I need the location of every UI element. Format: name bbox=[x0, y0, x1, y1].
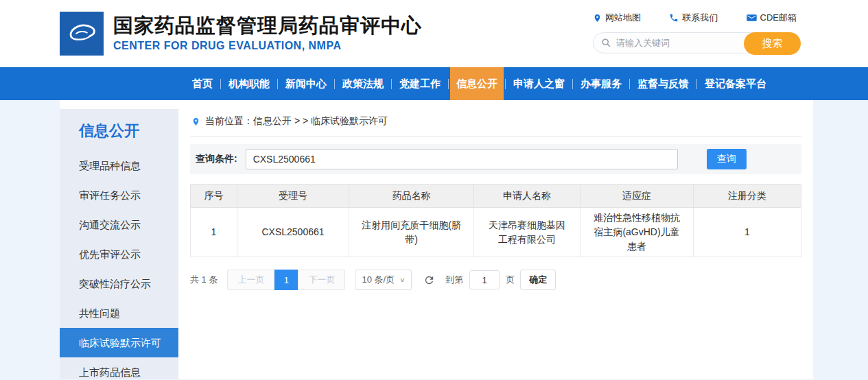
nav-separator bbox=[572, 79, 573, 89]
sidebar-item-breakthrough-therapy[interactable]: 突破性治疗公示 bbox=[60, 269, 178, 298]
site-search-button[interactable]: 搜索 bbox=[744, 32, 801, 55]
sidebar-item-common-issues[interactable]: 共性问题 bbox=[60, 298, 178, 328]
cell-acceptance-number: CXSL2500661 bbox=[237, 208, 349, 257]
query-condition-label: 查询条件: bbox=[196, 153, 237, 165]
sitemap-link[interactable]: 网站地图 bbox=[593, 12, 641, 24]
cde-logo-swoosh-icon bbox=[62, 14, 101, 53]
nav-separator bbox=[220, 79, 221, 89]
site-title: 国家药品监督管理局药品审评中心 bbox=[113, 15, 422, 37]
nav-separator bbox=[391, 79, 392, 89]
nav-item-info-disclosure[interactable]: 信息公开 bbox=[450, 67, 504, 100]
cell-registration-category: 1 bbox=[694, 208, 801, 257]
location-pin-icon bbox=[191, 117, 200, 127]
pagination-total: 共 1 条 bbox=[190, 274, 218, 286]
prev-page-button[interactable]: 上一页 bbox=[227, 270, 274, 290]
sitemap-label: 网站地图 bbox=[605, 12, 641, 24]
goto-page-label: 到第 bbox=[445, 274, 463, 286]
sidebar-item-communication[interactable]: 沟通交流公示 bbox=[60, 210, 178, 239]
confirm-button[interactable]: 确定 bbox=[520, 270, 556, 290]
nav-item-supervision-feedback[interactable]: 监督与反馈 bbox=[631, 67, 695, 100]
nav-separator bbox=[277, 79, 278, 89]
brand-block: 国家药品监督管理局药品审评中心 CENTER FOR DRUG EVALUATI… bbox=[113, 15, 422, 53]
contact-us-link[interactable]: 联系我们 bbox=[669, 12, 718, 24]
table-header-row: 序号 受理号 药品名称 申请人名称 适应症 注册分类 bbox=[191, 185, 801, 208]
col-header-applicant-name: 申请人名称 bbox=[474, 185, 580, 208]
contact-us-label: 联系我们 bbox=[682, 12, 718, 24]
header-right: 网站地图 联系我们 CDE邮箱 搜索 bbox=[593, 12, 801, 54]
sidebar-item-priority-review[interactable]: 优先审评公示 bbox=[60, 239, 178, 269]
nav-item-services[interactable]: 办事服务 bbox=[574, 67, 628, 100]
page-number-1[interactable]: 1 bbox=[274, 270, 298, 290]
col-header-registration-category: 注册分类 bbox=[694, 185, 801, 208]
nav-separator bbox=[334, 79, 335, 89]
site-search-bar: 搜索 bbox=[593, 32, 801, 54]
sidebar-item-review-tasks[interactable]: 审评任务公示 bbox=[60, 180, 178, 210]
goto-page-input[interactable] bbox=[469, 270, 500, 289]
site-header: 国家药品监督管理局药品审评中心 CENTER FOR DRUG EVALUATI… bbox=[0, 0, 868, 67]
nav-item-applicant-window[interactable]: 申请人之窗 bbox=[507, 67, 571, 100]
col-header-index: 序号 bbox=[191, 185, 237, 208]
nav-item-registration-platform[interactable]: 登记备案平台 bbox=[699, 67, 773, 100]
col-header-indication: 适应症 bbox=[580, 185, 694, 208]
nav-separator bbox=[696, 79, 697, 89]
cde-mailbox-label: CDE邮箱 bbox=[760, 12, 797, 24]
mail-icon bbox=[747, 14, 757, 22]
sidebar-title: 信息公开 bbox=[60, 109, 178, 151]
sidebar-item-marketed-drugs[interactable]: 上市药品信息 bbox=[60, 357, 178, 380]
nav-item-org-functions[interactable]: 机构职能 bbox=[222, 67, 276, 100]
site-subtitle: CENTER FOR DRUG EVALUATION, NMPA bbox=[113, 40, 422, 52]
quick-links: 网站地图 联系我们 CDE邮箱 bbox=[593, 12, 801, 24]
cde-mailbox-link[interactable]: CDE邮箱 bbox=[747, 12, 797, 24]
col-header-drug-name: 药品名称 bbox=[349, 185, 474, 208]
cell-index: 1 bbox=[191, 208, 237, 257]
breadcrumb-text: 当前位置：信息公开 > > 临床试验默示许可 bbox=[205, 115, 388, 128]
next-page-button[interactable]: 下一页 bbox=[298, 270, 345, 290]
col-header-acceptance-number: 受理号 bbox=[237, 185, 349, 208]
sidebar: 信息公开 受理品种信息 审评任务公示 沟通交流公示 优先审评公示 突破性治疗公示… bbox=[60, 109, 178, 379]
cell-applicant-name: 天津昂赛细胞基因工程有限公司 bbox=[474, 208, 580, 257]
nav-separator bbox=[448, 79, 449, 89]
chevron-down-icon: ∨ bbox=[399, 276, 405, 283]
refresh-icon bbox=[423, 274, 435, 286]
results-table: 序号 受理号 药品名称 申请人名称 适应症 注册分类 1 CXSL2500661… bbox=[190, 184, 801, 257]
cell-indication: 难治性急性移植物抗宿主病(aGvHD)儿童患者 bbox=[580, 208, 694, 257]
breadcrumb: 当前位置：信息公开 > > 临床试验默示许可 bbox=[190, 109, 801, 137]
sidebar-item-accepted-varieties[interactable]: 受理品种信息 bbox=[60, 151, 178, 180]
search-icon bbox=[601, 38, 611, 48]
query-button[interactable]: 查询 bbox=[707, 149, 747, 169]
location-pin-icon bbox=[593, 13, 602, 23]
page-size-value: 10 条/页 bbox=[362, 274, 395, 286]
table-row: 1 CXSL2500661 注射用间充质干细胞(脐带) 天津昂赛细胞基因工程有限… bbox=[191, 208, 801, 257]
cell-drug-name: 注射用间充质干细胞(脐带) bbox=[349, 208, 474, 257]
goto-page-suffix: 页 bbox=[506, 274, 515, 286]
pagination: 共 1 条 上一页 1 下一页 10 条/页 ∨ 到第 页 确定 bbox=[190, 270, 801, 290]
refresh-button[interactable] bbox=[423, 274, 435, 286]
nav-item-home[interactable]: 首页 bbox=[186, 67, 219, 100]
primary-nav: 首页 机构职能 新闻中心 政策法规 党建工作 信息公开 申请人之窗 办事服务 监… bbox=[0, 67, 868, 100]
main-content: 当前位置：信息公开 > > 临床试验默示许可 查询条件: 查询 序号 受理号 药… bbox=[178, 100, 814, 379]
nav-item-policies-regulations[interactable]: 政策法规 bbox=[336, 67, 390, 100]
sidebar-item-clinical-trial-implied-license[interactable]: 临床试验默示许可 bbox=[60, 328, 178, 357]
page-body: 信息公开 受理品种信息 审评任务公示 沟通交流公示 优先审评公示 突破性治疗公示… bbox=[60, 100, 813, 379]
nav-item-party-building[interactable]: 党建工作 bbox=[393, 67, 447, 100]
query-bar: 查询条件: 查询 bbox=[190, 144, 801, 174]
query-condition-input[interactable] bbox=[246, 149, 678, 169]
nav-item-news-center[interactable]: 新闻中心 bbox=[279, 67, 333, 100]
page-size-select[interactable]: 10 条/页 ∨ bbox=[355, 270, 412, 290]
nav-separator bbox=[505, 79, 506, 89]
cde-logo bbox=[60, 12, 104, 56]
phone-icon bbox=[669, 13, 679, 23]
nav-separator bbox=[629, 79, 630, 89]
